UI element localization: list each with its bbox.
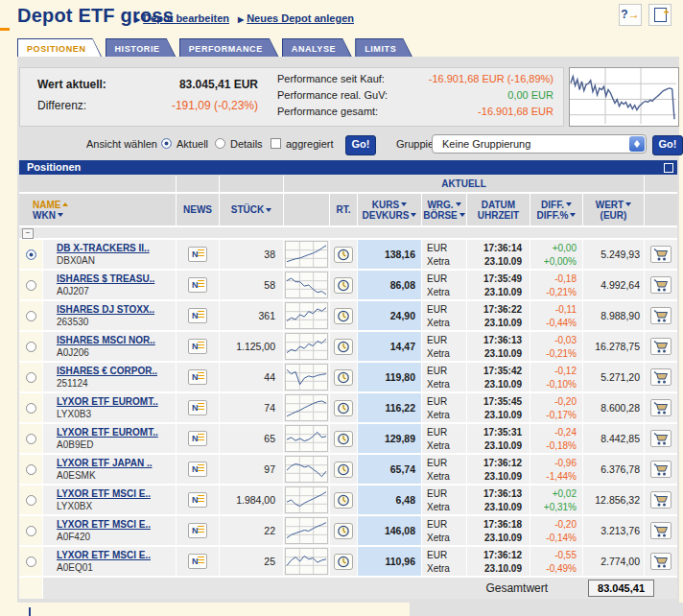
- news-button[interactable]: N: [188, 369, 207, 385]
- position-name-link[interactable]: ISHARES DJ STOXX..: [57, 304, 174, 315]
- position-select-radio[interactable]: [26, 526, 36, 536]
- edit-depot-link[interactable]: ▶Depot bearbeiten: [134, 12, 229, 24]
- checkbox-aggregiert[interactable]: [271, 138, 281, 149]
- order-cart-button[interactable]: [650, 553, 671, 570]
- realtime-clock-button[interactable]: [334, 247, 353, 263]
- news-cell: N: [177, 393, 219, 422]
- position-select-radio[interactable]: [26, 495, 36, 506]
- realtime-clock-button[interactable]: [334, 554, 353, 570]
- news-button[interactable]: N: [188, 308, 207, 323]
- column-header-diff[interactable]: DIFF. DIFF.%: [530, 194, 582, 225]
- new-depot-link[interactable]: ▶Neues Depot anlegen: [238, 12, 354, 24]
- position-select-radio[interactable]: [26, 372, 36, 383]
- column-header-stueck[interactable]: STÜCK: [220, 194, 283, 225]
- wert-cell: 8.442,85: [583, 424, 644, 453]
- realtime-clock-button[interactable]: [334, 492, 353, 509]
- position-name-link[interactable]: DB X-TRACKERS II..: [57, 243, 174, 253]
- tab-positionen[interactable]: POSITIONEN: [17, 38, 103, 58]
- position-name-link[interactable]: LYXOR ETF EUROMT..: [57, 427, 174, 438]
- rt-cell: [330, 271, 357, 299]
- kurs-value: 116,22: [385, 402, 415, 414]
- order-cart-button[interactable]: [650, 276, 671, 294]
- column-header-chart: [284, 194, 329, 225]
- position-name-link[interactable]: LYXOR ETF JAPAN ..: [57, 458, 174, 468]
- stueck-value: 1.984,00: [236, 494, 275, 506]
- ansicht-go-button[interactable]: Go!: [345, 135, 376, 155]
- position-select-radio[interactable]: [26, 280, 36, 291]
- news-button[interactable]: N: [188, 400, 207, 415]
- news-button[interactable]: N: [188, 247, 207, 262]
- position-name-link[interactable]: LYXOR ETF MSCI E..: [57, 488, 174, 499]
- time-value: 17:36:12: [483, 458, 522, 468]
- gruppieren-go-button[interactable]: Go!: [652, 135, 683, 155]
- order-cart-button[interactable]: [650, 338, 671, 355]
- position-select-radio[interactable]: [26, 434, 36, 444]
- news-button[interactable]: N: [188, 462, 207, 477]
- sort-desc-icon: [58, 213, 63, 220]
- column-header-name-wkn[interactable]: NAME WKN: [19, 194, 176, 225]
- realtime-clock-button[interactable]: [334, 431, 353, 447]
- kurs-value: 146,08: [385, 525, 415, 536]
- realtime-clock-button[interactable]: [334, 462, 353, 478]
- select-stepper-icon: [629, 136, 645, 152]
- radio-aktuell[interactable]: [161, 138, 172, 149]
- news-button[interactable]: N: [188, 523, 207, 538]
- column-header-wert[interactable]: WERT (EUR): [583, 194, 644, 225]
- news-button[interactable]: N: [188, 277, 207, 293]
- stueck-value: 38: [264, 249, 275, 260]
- position-select-radio[interactable]: [26, 403, 36, 414]
- collapse-group-button[interactable]: −: [22, 228, 34, 239]
- position-name-link[interactable]: ISHARES MSCI NOR..: [57, 335, 174, 345]
- realtime-clock-button[interactable]: [334, 277, 353, 294]
- column-header-news[interactable]: NEWS: [177, 194, 219, 225]
- order-cart-button[interactable]: [650, 461, 671, 478]
- position-select-radio[interactable]: [26, 557, 36, 567]
- new-document-icon[interactable]: +: [648, 4, 671, 26]
- positionen-panel-header: Positionen: [19, 160, 677, 175]
- position-name-link[interactable]: LYXOR ETF EUROMT..: [57, 396, 174, 407]
- realtime-clock-button[interactable]: [334, 523, 353, 539]
- position-select-radio[interactable]: [26, 342, 36, 352]
- position-name-link[interactable]: ISHARES $ TREASU..: [57, 273, 174, 284]
- position-select-radio[interactable]: [26, 311, 36, 321]
- order-cart-button[interactable]: [650, 307, 671, 324]
- minimize-panel-icon[interactable]: [664, 163, 673, 173]
- order-cart-button[interactable]: [650, 246, 671, 263]
- order-cart-button[interactable]: [650, 491, 671, 509]
- help-forward-icon[interactable]: ?→: [619, 4, 642, 26]
- order-cart-button[interactable]: [650, 368, 671, 386]
- position-name-link[interactable]: LYXOR ETF MSCI E..: [57, 550, 174, 560]
- tab-historie[interactable]: HISTORIE: [106, 38, 177, 58]
- kurs-cell: 14,47: [358, 332, 421, 361]
- position-select-radio[interactable]: [26, 249, 36, 260]
- order-cart-button[interactable]: [650, 430, 671, 447]
- sparkline-cell: [284, 547, 329, 576]
- column-header-wrg-boerse[interactable]: WRG. BÖRSE: [422, 194, 466, 225]
- news-button[interactable]: N: [188, 339, 207, 354]
- realtime-clock-button[interactable]: [334, 339, 353, 355]
- footer-spacer-cell: [19, 578, 42, 599]
- tab-analyse[interactable]: ANALYSE: [282, 38, 352, 58]
- realtime-clock-button[interactable]: [334, 369, 353, 386]
- realtime-clock-button[interactable]: [334, 308, 353, 324]
- currency-value: EUR: [427, 427, 466, 438]
- diff-value: -0,12: [554, 366, 577, 376]
- gruppierung-select[interactable]: Keine Gruppierung: [432, 134, 647, 154]
- kurs-cell: 146,08: [358, 516, 421, 545]
- news-button[interactable]: N: [188, 431, 207, 446]
- column-header-kurs[interactable]: KURS DEVKURS: [358, 194, 421, 225]
- tab-performance[interactable]: PERFORMANCE: [179, 38, 279, 58]
- news-button[interactable]: N: [188, 492, 207, 508]
- news-button[interactable]: N: [188, 554, 207, 569]
- wert-cell: 2.774,00: [583, 547, 644, 576]
- tab-limits[interactable]: LIMITS: [355, 38, 412, 58]
- realtime-clock-button[interactable]: [334, 400, 353, 416]
- position-name-link[interactable]: LYXOR ETF MSCI E..: [57, 519, 174, 530]
- order-cart-button[interactable]: [650, 399, 671, 416]
- sort-desc-icon: [570, 213, 576, 220]
- position-name-link[interactable]: ISHARES € CORPOR..: [57, 366, 174, 376]
- position-select-radio[interactable]: [26, 464, 36, 475]
- exchange-value: Xetra: [427, 287, 466, 297]
- radio-details[interactable]: [215, 138, 225, 149]
- order-cart-button[interactable]: [650, 522, 671, 539]
